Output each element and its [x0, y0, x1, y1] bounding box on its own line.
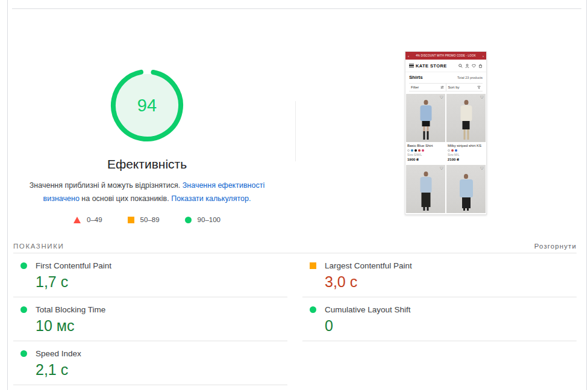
product-name: Milky striped shirt KS: [448, 144, 484, 147]
color-swatches: [407, 149, 444, 152]
favorite-heart-icon: ♡: [480, 166, 484, 170]
metrics-grid: First Contentful Paint 1,7 с Largest Con…: [13, 253, 577, 385]
pass-circle-icon: [20, 262, 27, 269]
cart-bag-icon: [478, 64, 483, 68]
score-disclaimer: Значення приблизні й можуть відрізнятися…: [20, 179, 274, 206]
account-icon: [465, 64, 469, 68]
product-photo: ♡: [446, 165, 486, 213]
calculator-link[interactable]: Показати калькулятор.: [171, 194, 251, 203]
metric-name: Total Blocking Time: [36, 305, 105, 314]
performance-score-gauge[interactable]: 94: [110, 68, 184, 143]
metric-speed-index: Speed Index 2,1 с: [13, 341, 287, 385]
vertical-divider: [295, 101, 296, 161]
legend-item-fail: 0–49: [74, 216, 102, 223]
filter-button: Filter: [409, 84, 446, 91]
average-square-icon: [128, 217, 134, 223]
pass-circle-icon: [310, 306, 316, 313]
metric-cumulative-layout-shift: Cumulative Layout Shift 0: [302, 297, 577, 341]
metrics-section-title: ПОКАЗНИКИ: [13, 243, 64, 250]
store-name: KATE STORE: [416, 63, 447, 69]
product-card: ♡ Milky striped shirt KS Size M/L 2100 ₴: [446, 94, 486, 164]
expand-metrics-button[interactable]: Розгорнути: [534, 243, 577, 250]
metric-name: First Contentful Paint: [36, 261, 111, 270]
metric-value: 1,7 с: [36, 273, 287, 291]
store-header-icons: [458, 64, 483, 68]
category-row: Shirts Total 23 products: [405, 72, 486, 81]
promo-banner: ‹ 4% DISCOUNT WITH PROMO CODE - LOOK ›: [405, 52, 486, 60]
product-info: Basic Blue Shirt Size S/M/L 1900 ₴: [406, 142, 445, 164]
metric-name: Speed Index: [36, 349, 81, 358]
category-title: Ефективність: [20, 157, 274, 172]
product-grid: ♡ Basic Blue Shirt Size S/M/L 1900 ₴ ♡ M…: [405, 94, 486, 213]
legend-range-pass: 90–100: [198, 216, 220, 223]
metric-name: Cumulative Layout Shift: [325, 305, 411, 314]
banner-prev-icon: ‹: [408, 54, 409, 58]
favorite-heart-icon: ♡: [440, 95, 443, 99]
menu-icon: [409, 64, 414, 68]
filter-sort-bar: Filter Sort by: [409, 83, 483, 91]
legend-item-average: 50–89: [128, 216, 160, 223]
metric-value: 0: [325, 317, 577, 335]
product-count: Total 23 products: [457, 76, 483, 79]
product-card: ♡: [446, 165, 486, 213]
category-name: Shirts: [409, 75, 423, 80]
fail-triangle-icon: [74, 217, 81, 223]
store-header: KATE STORE: [405, 60, 486, 72]
product-sizes: Size S/M/L: [407, 153, 444, 156]
score-legend: 0–49 50–89 90–100: [20, 216, 274, 223]
final-screenshot-thumbnail[interactable]: ‹ 4% DISCOUNT WITH PROMO CODE - LOOK › K…: [405, 51, 487, 215]
metric-value: 10 мс: [36, 317, 287, 335]
performance-score-value: 94: [110, 68, 184, 143]
metric-value: 3,0 с: [325, 273, 577, 291]
metrics-section-header: ПОКАЗНИКИ Розгорнути: [13, 240, 577, 253]
disclaimer-text-2: на основі цих показників.: [80, 194, 171, 203]
promo-banner-text: 4% DISCOUNT WITH PROMO CODE - LOOK: [416, 54, 476, 57]
metric-total-blocking-time: Total Blocking Time 10 мс: [13, 297, 287, 341]
legend-range-fail: 0–49: [87, 216, 102, 223]
color-swatches: [448, 149, 484, 152]
lighthouse-report: 94 Ефективність Значення приблизні й мож…: [0, 0, 588, 390]
product-price: 1900 ₴: [407, 158, 444, 161]
product-name: Basic Blue Shirt: [407, 144, 444, 147]
sort-funnel-icon: [477, 85, 481, 89]
sort-label: Sort by: [448, 85, 460, 89]
product-price: 2100 ₴: [448, 158, 484, 161]
pass-circle-icon: [20, 350, 27, 357]
filter-sliders-icon: [440, 85, 444, 89]
metric-empty-cell: [302, 341, 577, 385]
product-sizes: Size M/L: [448, 153, 484, 156]
product-info: Milky striped shirt KS Size M/L 2100 ₴: [446, 142, 486, 164]
pass-circle-icon: [185, 217, 192, 223]
product-photo: ♡: [406, 94, 445, 142]
product-card: ♡: [406, 165, 445, 213]
metric-value: 2,1 с: [36, 361, 287, 379]
product-card: ♡ Basic Blue Shirt Size S/M/L 1900 ₴: [406, 94, 445, 164]
card-right-border: [586, 0, 587, 390]
favorite-heart-icon: ♡: [440, 166, 443, 170]
favorite-heart-icon: ♡: [480, 95, 484, 99]
metric-largest-contentful-paint: Largest Contentful Paint 3,0 с: [302, 253, 577, 297]
average-square-icon: [310, 262, 316, 269]
card-left-border: [7, 0, 8, 390]
legend-item-pass: 90–100: [185, 216, 220, 223]
card-top-divider: [12, 8, 581, 9]
metric-name: Largest Contentful Paint: [325, 261, 412, 270]
sort-button: Sort by: [446, 84, 483, 91]
legend-range-average: 50–89: [140, 216, 160, 223]
disclaimer-text-1: Значення приблизні й можуть відрізнятися…: [30, 181, 183, 190]
store-brand: KATE STORE: [409, 63, 447, 69]
wishlist-heart-icon: [472, 64, 476, 68]
product-photo: ♡: [446, 94, 486, 142]
banner-next-icon: ›: [483, 54, 484, 58]
filter-label: Filter: [411, 85, 419, 89]
pass-circle-icon: [20, 306, 27, 313]
metric-first-contentful-paint: First Contentful Paint 1,7 с: [13, 253, 287, 297]
product-photo: ♡: [406, 165, 445, 213]
search-icon: [458, 64, 463, 68]
